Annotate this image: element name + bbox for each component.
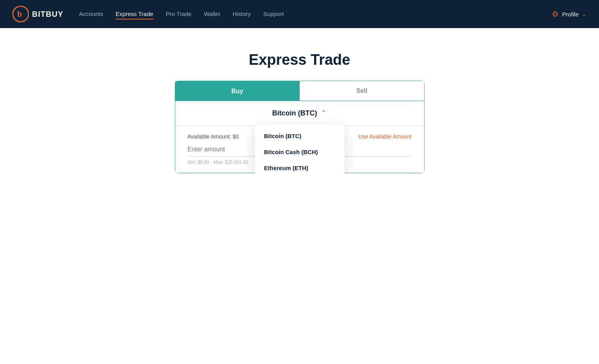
navbar-left: b BITBUY Accounts Express Trade Pro Trad… [12, 6, 284, 22]
sidebar-item-pro-trade[interactable]: Pro Trade [166, 11, 192, 18]
nav-link-wallet[interactable]: Wallet [204, 11, 220, 17]
selected-currency: Bitcoin (BTC) [272, 109, 317, 117]
trade-tabs: Buy Sell [175, 81, 424, 101]
nav-links: Accounts Express Trade Pro Trade Wallet … [79, 11, 284, 18]
chevron-up-icon: ⌃ [321, 109, 327, 117]
currency-selector[interactable]: Bitcoin (BTC) ⌃ Bitcoin (BTC) Bitcoin Ca… [175, 101, 424, 126]
profile-menu[interactable]: ⚙ Profile ⌄ [552, 9, 587, 19]
trade-card: Buy Sell Bitcoin (BTC) ⌃ Bitcoin (BTC) B… [175, 81, 425, 173]
dropdown-item-btc[interactable]: Bitcoin (BTC) [255, 128, 345, 144]
use-available-amount-link[interactable]: Use Available Amount [359, 133, 412, 140]
sidebar-item-wallet[interactable]: Wallet [204, 11, 220, 18]
sidebar-item-support[interactable]: Support [263, 11, 284, 18]
tab-buy[interactable]: Buy [175, 81, 300, 101]
nav-link-accounts[interactable]: Accounts [79, 11, 103, 17]
dropdown-item-eth[interactable]: Ethereum (ETH) [255, 160, 345, 173]
sidebar-item-history[interactable]: History [233, 11, 251, 18]
logo-text: BITBUY [32, 10, 63, 19]
tab-sell[interactable]: Sell [300, 81, 424, 101]
gear-icon: ⚙ [552, 9, 559, 19]
profile-label: Profile [562, 11, 579, 18]
sidebar-item-accounts[interactable]: Accounts [79, 11, 103, 18]
chevron-down-icon: ⌄ [582, 11, 587, 17]
nav-link-express-trade[interactable]: Express Trade [116, 11, 153, 20]
nav-link-pro-trade[interactable]: Pro Trade [166, 11, 192, 17]
logo-icon: b [12, 6, 29, 22]
page-title: Express Trade [249, 51, 350, 68]
currency-dropdown: Bitcoin (BTC) Bitcoin Cash (BCH) Ethereu… [255, 125, 345, 173]
logo[interactable]: b BITBUY [12, 6, 63, 22]
navbar: b BITBUY Accounts Express Trade Pro Trad… [0, 0, 599, 28]
nav-link-history[interactable]: History [233, 11, 251, 17]
dropdown-item-bch[interactable]: Bitcoin Cash (BCH) [255, 144, 345, 160]
main-content: Express Trade Buy Sell Bitcoin (BTC) ⌃ B… [0, 28, 599, 173]
available-amount-label: Available Amount: $0 [188, 133, 239, 140]
svg-text:b: b [17, 10, 22, 18]
sidebar-item-express-trade[interactable]: Express Trade [116, 11, 153, 18]
nav-link-support[interactable]: Support [263, 11, 284, 17]
